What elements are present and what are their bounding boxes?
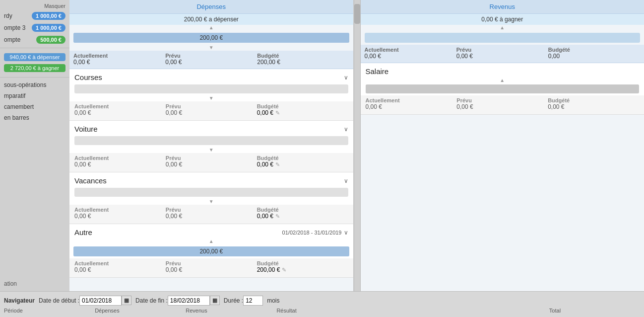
navigator-top-row: Navigateur Date de début : ▦ Date de fin… <box>4 296 640 306</box>
rev-stat-prevu: Prévu 0,00 € <box>456 47 548 60</box>
revenus-summary-text: 0,00 € à gagner <box>361 14 644 25</box>
vacances-stats: Actuellement 0,00 € Prévu 0,00 € Budgété… <box>69 205 353 224</box>
account-badge: 1 000,00 € <box>32 24 65 32</box>
sidebar-item-sous-operations[interactable]: sous-opérations <box>0 79 69 90</box>
chevron-down-icon: ∨ <box>344 229 348 236</box>
edit-icon[interactable]: ✎ <box>282 267 286 273</box>
category-autre-date: 01/02/2018 - 31/01/2019 <box>282 230 342 236</box>
date-debut-input[interactable] <box>79 296 122 306</box>
stat-budgete-label: Budgété <box>548 47 640 53</box>
revenus-column: Revenus 0,00 € à gagner ▲ Actuellement 0… <box>361 0 644 291</box>
gagner-summary[interactable]: 2 720,00 € à gagner <box>4 64 65 72</box>
rev-stat-actuellement: Actuellement 0,00 € <box>365 47 456 60</box>
category-autre: Autre 01/02/2018 - 31/01/2019 ∨ ▲ 200,00… <box>69 224 353 278</box>
depenser-summary[interactable]: 940,00 € à dépenser <box>4 53 65 61</box>
revenus-progress-bar <box>365 33 641 43</box>
scroll-up-arrow[interactable]: ▲ <box>69 25 353 31</box>
chevron-down-icon: ∨ <box>344 74 348 81</box>
depenses-progress-label: 200,00 € <box>199 34 223 41</box>
category-courses-header[interactable]: Courses ∨ <box>69 69 353 83</box>
salaire-budgete: Budgété 0,00 € <box>548 97 639 110</box>
autre-budgete: Budgété 200,00 € ✎ <box>257 260 348 273</box>
chevron-down-icon: ∨ <box>344 126 348 133</box>
depenses-stats: Actuellement 0,00 € Prévu 0,00 € Budgété… <box>69 51 353 69</box>
stat-budgete: Budgété 200,00 € <box>257 53 349 66</box>
account-name: rdy <box>4 12 12 19</box>
duree-label: Durée : <box>224 297 243 304</box>
bottom-label: ation <box>0 278 69 289</box>
scroll-arrow: ▼ <box>69 199 353 205</box>
depenses-column: Dépenses 200,00 € a dépenser ▲ 200,00 € … <box>69 0 354 291</box>
voiture-actuellement: Actuellement 0,00 € <box>74 155 166 168</box>
stat-prevu-value: 0,00 € <box>165 59 257 66</box>
sidebar: Masquer rdy 1 000,00 € ompte 3 1 000,00 … <box>0 0 69 291</box>
depenses-summary-text: 200,00 € a dépenser <box>69 14 353 25</box>
account-compte[interactable]: ompte 500,00 € <box>0 34 69 46</box>
category-voiture: Voiture ∨ ▼ Actuellement 0,00 € Prévu <box>69 121 353 172</box>
stat-prevu: Prévu 0,00 € <box>165 53 257 66</box>
depenses-progress-bar: 200,00 € <box>73 33 349 43</box>
vertical-scrollbar[interactable] <box>354 0 361 291</box>
category-courses: Courses ∨ ▼ Actuellement 0,00 € <box>69 69 353 121</box>
edit-icon[interactable]: ✎ <box>275 213 280 220</box>
voiture-budgete: Budgété 0,00 € ✎ <box>257 155 348 168</box>
stat-prevu-value: 0,00 € <box>456 53 548 60</box>
date-debut-label: Date de début : <box>39 297 79 304</box>
voiture-stats: Actuellement 0,00 € Prévu 0,00 € Budgété… <box>69 153 353 172</box>
account-compte3[interactable]: ompte 3 1 000,00 € <box>0 22 69 34</box>
scroll-down-arrow[interactable]: ▼ <box>69 45 353 51</box>
navigator-wrapper: Navigateur Date de début : ▦ Date de fin… <box>4 296 640 314</box>
hide-button[interactable]: Masquer <box>0 2 69 10</box>
sidebar-item-mparatif[interactable]: mparatif <box>0 90 69 101</box>
vacances-prevu: Prévu 0,00 € <box>166 207 257 220</box>
sidebar-item-en-barres[interactable]: en barres <box>0 112 69 123</box>
category-voiture-name: Voiture <box>74 125 98 133</box>
autre-progress-bar: 200,00 € <box>73 246 349 256</box>
salaire-stats: Actuellement 0,00 € Prévu 0,00 € Budgété… <box>361 95 644 114</box>
stat-budgete-label: Budgété <box>257 53 349 59</box>
autre-stats: Actuellement 0,00 € Prévu 0,00 € Budgété… <box>69 258 353 277</box>
scroll-arrow: ▼ <box>69 147 353 153</box>
sidebar-item-camembert[interactable]: camembert <box>0 101 69 112</box>
edit-icon[interactable]: ✎ <box>275 110 280 116</box>
account-name: ompte <box>4 36 20 43</box>
edit-icon[interactable]: ✎ <box>275 161 280 168</box>
chevron-down-icon: ∨ <box>344 177 348 184</box>
nav-col-empty <box>368 308 549 314</box>
stat-actuellement-label: Actuellement <box>73 53 165 59</box>
scroll-arrow: ▲ <box>69 238 353 244</box>
courses-prevu: Prévu 0,00 € <box>166 103 257 116</box>
divider <box>0 48 69 48</box>
category-salaire-header[interactable]: Salaire <box>361 63 644 78</box>
category-voiture-header[interactable]: Voiture ∨ <box>69 121 353 135</box>
stat-prevu-label: Prévu <box>456 47 548 53</box>
scroll-up-arrow[interactable]: ▲ <box>361 25 644 31</box>
stat-actuellement-label: Actuellement <box>365 47 456 53</box>
category-courses-name: Courses <box>74 73 102 81</box>
revenus-stats: Actuellement 0,00 € Prévu 0,00 € Budgété… <box>361 45 644 63</box>
scroll-arrow: ▲ <box>361 78 644 83</box>
stat-prevu-label: Prévu <box>165 53 257 59</box>
date-fin-calendar-button[interactable]: ▦ <box>210 296 220 305</box>
date-fin-input[interactable] <box>168 296 210 306</box>
category-autre-header[interactable]: Autre 01/02/2018 - 31/01/2019 ∨ <box>69 224 353 238</box>
category-salaire: Salaire ▲ Actuellement 0,00 € Prévu 0, <box>361 63 644 115</box>
duree-input[interactable] <box>243 296 263 306</box>
category-vacances-name: Vacances <box>74 176 107 185</box>
nav-col-resultat: Résultat <box>276 308 367 314</box>
navigator-bottom-row: Période Dépenses Revenus Résultat Total <box>4 308 640 314</box>
category-autre-name: Autre <box>74 228 92 237</box>
category-vacances-header[interactable]: Vacances ∨ <box>69 172 353 187</box>
rev-stat-budgete: Budgété 0,00 <box>548 47 640 60</box>
navigator: Navigateur Date de début : ▦ Date de fin… <box>0 291 644 317</box>
nav-col-total: Total <box>549 308 640 314</box>
category-vacances: Vacances ∨ ▼ Actuellement 0,00 € Prévu <box>69 172 353 224</box>
date-debut-calendar-button[interactable]: ▦ <box>122 296 131 305</box>
account-rdy[interactable]: rdy 1 000,00 € <box>0 10 69 22</box>
vacances-progress-bar <box>74 188 348 197</box>
date-fin-label: Date de fin : <box>135 297 168 304</box>
budget-summary: 940,00 € à dépenser 2 720,00 € à gagner <box>0 50 69 75</box>
stat-actuellement: Actuellement 0,00 € <box>73 53 165 66</box>
nav-col-revenus: Revenus <box>186 308 276 314</box>
revenus-header: Revenus <box>361 0 644 14</box>
